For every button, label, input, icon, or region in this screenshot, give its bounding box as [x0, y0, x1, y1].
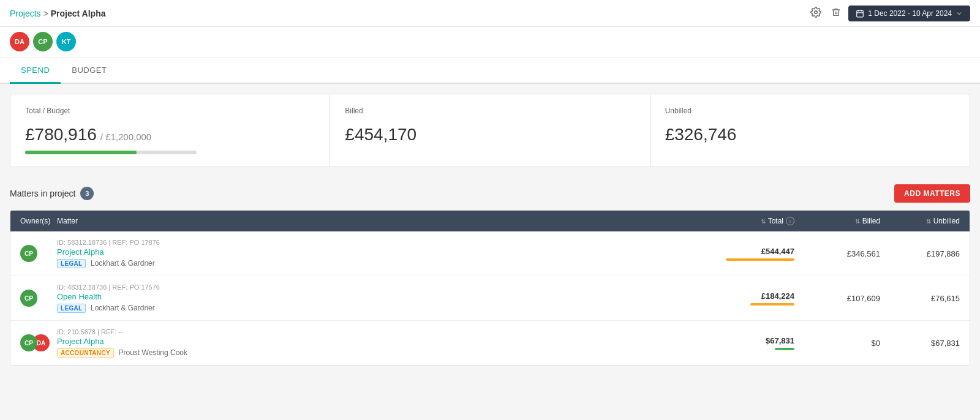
svg-point-0 [815, 10, 818, 13]
metric-unbilled-label: Unbilled [665, 107, 955, 115]
matter-total-2: £184,224 [696, 291, 794, 306]
section-title: Matters in project 3 [10, 187, 94, 200]
metric-budget-total: / £1,200,000 [100, 132, 151, 142]
matter-tag-2: LEGAL [57, 304, 86, 313]
matter-billed-1: £346,561 [794, 249, 880, 258]
matter-firm-2: Lockhart & Gardner [91, 304, 155, 312]
metrics-row: Total / Budget £780,916 / £1,200,000 Bil… [10, 94, 970, 167]
top-bar-actions: 1 Dec 2022 - 10 Apr 2024 [808, 4, 970, 23]
matter-meta-3: ID: 210.5678 | REF: -- [57, 328, 696, 336]
th-total: ⇅ Total i [696, 217, 794, 225]
matter-meta-2: ID: 48312.18736 | REF: PO 17576 [57, 283, 696, 291]
metric-unbilled: Unbilled £326,746 [650, 94, 970, 167]
matter-billed-2: £107,609 [794, 294, 880, 303]
metric-unbilled-value: £326,746 [665, 125, 955, 144]
th-unbilled: ⇅ Unbilled [880, 217, 960, 225]
breadcrumb-separator: > [43, 9, 48, 18]
row-avatar-wrap: CP DA [20, 334, 57, 351]
matter-tag-firm-2: LEGAL Lockhart & Gardner [57, 303, 696, 313]
th-matter: Matter [57, 217, 696, 225]
matter-firm-1: Lockhart & Gardner [91, 259, 155, 268]
matter-tag-3: ACCOUNTANCY [57, 348, 114, 358]
total-progress-1 [726, 258, 794, 261]
tab-spend[interactable]: SPEND [10, 58, 61, 84]
metric-billed: Billed £454,170 [330, 94, 650, 167]
date-range-button[interactable]: 1 Dec 2022 - 10 Apr 2024 [848, 6, 970, 21]
matter-info-3: ID: 210.5678 | REF: -- Project Alpha ACC… [57, 328, 696, 358]
table-row: CP DA ID: 210.5678 | REF: -- Project Alp… [10, 321, 970, 365]
unbilled-value-3: $67,831 [931, 339, 960, 348]
total-value-2: £184,224 [696, 291, 794, 301]
tabs-bar: SPEND BUDGET [0, 58, 980, 84]
progress-bar-fill [25, 151, 137, 154]
th-owners: Owner(s) [20, 217, 57, 225]
table-row: CP ID: 48312.18736 | REF: PO 17576 Open … [10, 276, 970, 321]
total-info-icon[interactable]: i [786, 217, 794, 225]
delete-button[interactable] [829, 5, 843, 22]
matter-name-1[interactable]: Project Alpha [57, 247, 696, 257]
metric-billed-label: Billed [345, 107, 635, 115]
avatar-da[interactable]: DA [10, 32, 29, 51]
avatars-bar: DA CP KT [0, 27, 980, 58]
avatar-kt[interactable]: KT [56, 32, 76, 51]
matter-billed-3: $0 [794, 339, 880, 348]
row-avatar-wrap: CP [20, 245, 57, 262]
matter-meta-1: ID: 58312.18736 | REF: PO 17876 [57, 239, 696, 246]
metric-total-label: Total / Budget [25, 107, 315, 115]
total-progress-2 [750, 303, 794, 306]
row-avatar-wrap: CP [20, 290, 57, 307]
billed-value-1: £346,561 [847, 249, 880, 258]
matters-table: Owner(s) Matter ⇅ Total i ⇅ Billed ⇅ Unb… [10, 210, 970, 366]
breadcrumb-current: Project Alpha [51, 9, 106, 18]
settings-button[interactable] [808, 4, 824, 23]
billed-value-2: £107,609 [847, 294, 880, 303]
breadcrumb-projects-link[interactable]: Projects [10, 9, 41, 18]
matter-total-3: $67,831 [696, 336, 794, 350]
matters-count-badge: 3 [80, 187, 94, 200]
matter-name-2[interactable]: Open Health [57, 292, 696, 301]
sort-unbilled-icon: ⇅ [926, 218, 931, 225]
avatar-cp-row3: CP [20, 334, 37, 351]
matter-tag-1: LEGAL [57, 259, 86, 268]
matter-firm-3: Proust Westing Cook [119, 348, 188, 357]
total-progress-3 [775, 348, 794, 350]
total-value-3: $67,831 [696, 336, 794, 345]
metric-total-budget: Total / Budget £780,916 / £1,200,000 [10, 94, 330, 167]
table-header: Owner(s) Matter ⇅ Total i ⇅ Billed ⇅ Unb… [10, 211, 970, 231]
matter-info-2: ID: 48312.18736 | REF: PO 17576 Open Hea… [57, 283, 696, 313]
matter-unbilled-2: £76,615 [880, 294, 960, 303]
sort-total-icon: ⇅ [761, 218, 766, 225]
metric-total-value: £780,916 [25, 125, 97, 144]
matters-section-header: Matters in project 3 ADD MATTERS [0, 177, 980, 210]
th-billed: ⇅ Billed [794, 217, 880, 225]
avatar-cp[interactable]: CP [33, 32, 53, 51]
matter-tag-firm-1: LEGAL Lockhart & Gardner [57, 258, 696, 268]
unbilled-value-1: £197,886 [927, 249, 960, 258]
svg-rect-1 [857, 10, 864, 17]
matters-title: Matters in project [10, 189, 75, 198]
metric-billed-value: £454,170 [345, 125, 635, 144]
matter-unbilled-1: £197,886 [880, 249, 960, 258]
matter-tag-firm-3: ACCOUNTANCY Proust Westing Cook [57, 348, 696, 358]
avatar-cp-row1: CP [20, 245, 37, 262]
top-bar: Projects > Project Alpha 1 Dec 2022 - 10… [0, 0, 980, 27]
progress-bar [25, 151, 197, 154]
breadcrumb: Projects > Project Alpha [10, 9, 106, 18]
avatar-cp-row2: CP [20, 290, 37, 307]
tab-budget[interactable]: BUDGET [61, 58, 118, 84]
matter-total-1: £544,447 [696, 247, 794, 261]
total-value-1: £544,447 [696, 247, 794, 256]
date-range-label: 1 Dec 2022 - 10 Apr 2024 [868, 9, 952, 18]
sort-billed-icon: ⇅ [855, 218, 860, 225]
matter-info: ID: 58312.18736 | REF: PO 17876 Project … [57, 239, 696, 268]
matter-unbilled-3: $67,831 [880, 339, 960, 348]
billed-value-3: $0 [872, 339, 880, 348]
table-row: CP ID: 58312.18736 | REF: PO 17876 Proje… [10, 231, 970, 276]
add-matters-button[interactable]: ADD MATTERS [894, 184, 970, 203]
unbilled-value-2: £76,615 [931, 294, 960, 303]
matter-name-3[interactable]: Project Alpha [57, 337, 696, 346]
